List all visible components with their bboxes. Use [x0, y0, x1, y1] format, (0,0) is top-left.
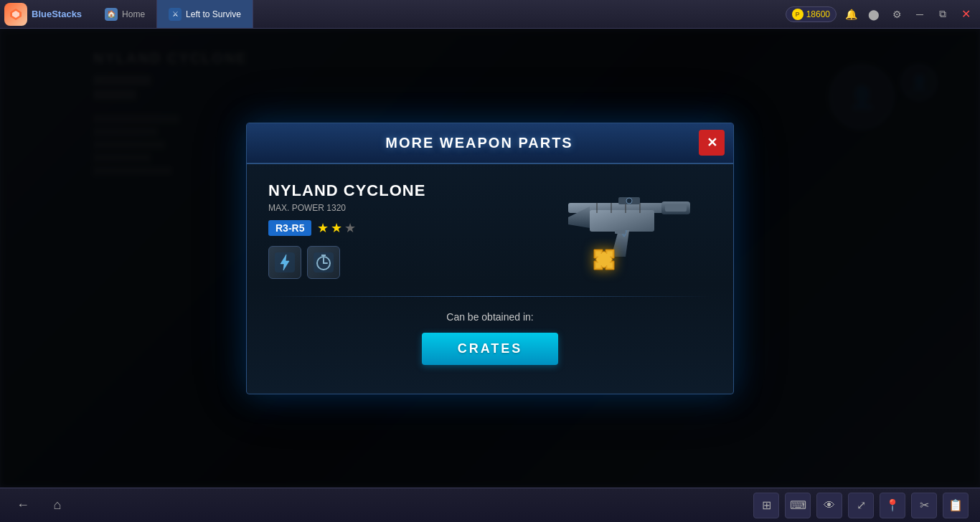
tab-game-label: Left to Survive [186, 9, 241, 19]
rank-badge: R3-R5 [268, 220, 311, 236]
titlebar: BlueStacks 🏠 Home ⚔ Left to Survive P 18… [0, 0, 980, 29]
eye-icon[interactable]: 👁 [816, 493, 842, 518]
dialog-title: MORE WEAPON PARTS [385, 135, 573, 151]
svg-rect-18 [615, 230, 626, 234]
crates-button[interactable]: CRATES [422, 333, 559, 365]
dialog-body: NYLAND CYCLONE MAX. POWER 1320 R3-R5 ★ ★… [247, 164, 733, 296]
coin-amount: 18600 [806, 9, 830, 19]
close-icon[interactable]: ✕ [957, 6, 974, 23]
game-tab-icon: ⚔ [169, 8, 182, 21]
minimize-icon[interactable]: ─ [911, 6, 928, 23]
dialog-overlay: MORE WEAPON PARTS ✕ NYLAND CYCLONE MAX. … [0, 29, 980, 488]
weapon-icons-row [268, 246, 511, 279]
tab-game[interactable]: ⚔ Left to Survive [157, 0, 253, 28]
titlebar-controls: P 18600 🔔 ⬤ ⚙ ─ ⧉ ✕ [786, 6, 980, 23]
coin-display: P 18600 [786, 6, 837, 22]
weapon-name: NYLAND CYCLONE [268, 181, 511, 200]
svg-point-17 [626, 198, 632, 204]
close-dialog-button[interactable]: ✕ [699, 130, 725, 156]
weapon-rank-row: R3-R5 ★ ★ ★ [268, 220, 511, 236]
grid-icon[interactable]: ⊞ [753, 493, 779, 518]
weapon-type-icon [268, 246, 301, 279]
star-3: ★ [344, 220, 356, 236]
coin-icon: P [792, 9, 804, 20]
titlebar-tabs: 🏠 Home ⚔ Left to Survive [93, 0, 786, 28]
weapon-info-panel: NYLAND CYCLONE MAX. POWER 1320 R3-R5 ★ ★… [268, 181, 511, 279]
weapon-power: MAX. POWER 1320 [268, 203, 511, 213]
settings-icon[interactable]: ⚙ [888, 6, 905, 23]
titlebar-brand: BlueStacks [32, 9, 82, 19]
tab-home[interactable]: 🏠 Home [93, 0, 157, 28]
star-1: ★ [317, 220, 329, 236]
home-button[interactable]: ⌂ [46, 494, 69, 517]
keyboard-icon[interactable]: ⌨ [785, 493, 811, 518]
tab-home-label: Home [122, 9, 145, 19]
home-tab-icon: 🏠 [105, 8, 118, 21]
obtain-text: Can be obtained in: [247, 311, 733, 323]
bottombar-left: ← ⌂ [11, 494, 69, 517]
bottombar-right: ⊞ ⌨ 👁 ⤢ 📍 ✂ 📋 [753, 493, 969, 518]
location-icon[interactable]: 📍 [880, 493, 905, 518]
stars-row: ★ ★ ★ [317, 220, 356, 236]
notification-icon[interactable]: 🔔 [842, 6, 859, 23]
record-icon[interactable]: ⬤ [865, 6, 882, 23]
puzzle-piece-icon [588, 244, 620, 282]
bottombar: ← ⌂ ⊞ ⌨ 👁 ⤢ 📍 ✂ 📋 [0, 488, 980, 522]
fullscreen-icon[interactable]: ⤢ [848, 493, 874, 518]
weapon-image-panel [525, 181, 712, 282]
weapon-timer-icon [307, 246, 340, 279]
crates-button-wrapper: CRATES [247, 333, 733, 365]
clipboard-icon[interactable]: 📋 [943, 493, 969, 518]
weapon-image-area [532, 181, 705, 282]
svg-rect-10 [665, 204, 687, 212]
dialog-separator [268, 296, 712, 297]
star-2: ★ [331, 220, 342, 236]
svg-rect-11 [590, 210, 654, 232]
resize-icon[interactable]: ⧉ [934, 6, 951, 23]
game-area: NYLAND CYCLONE 👤 👤 MORE WEAPON PARTS ✕ [0, 29, 980, 488]
back-button[interactable]: ← [11, 494, 34, 517]
dialog-header: MORE WEAPON PARTS ✕ [247, 123, 733, 164]
weapon-gun-image [561, 181, 705, 260]
weapon-parts-dialog: MORE WEAPON PARTS ✕ NYLAND CYCLONE MAX. … [246, 123, 734, 394]
scissors-icon[interactable]: ✂ [911, 493, 937, 518]
bluestacks-logo [4, 3, 27, 26]
